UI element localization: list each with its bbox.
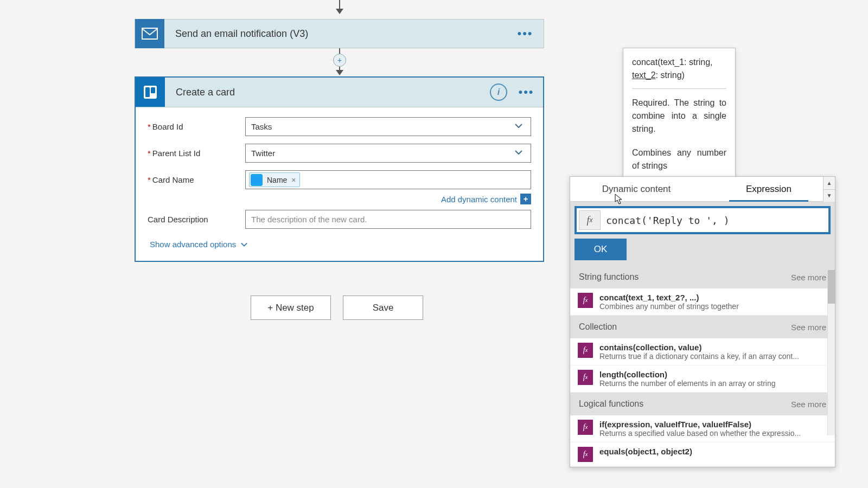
new-step-button[interactable]: + New step: [251, 296, 331, 320]
email-step[interactable]: Send an email notification (V3) •••: [135, 19, 544, 48]
connector-arrow: [339, 0, 340, 10]
chevron-down-icon: [514, 121, 525, 132]
see-more-link[interactable]: See more: [791, 400, 826, 409]
step-menu-button[interactable]: •••: [514, 27, 536, 41]
tooltip-desc-secondary: Combines any number of strings: [632, 146, 726, 171]
function-item[interactable]: fx if(expression, valueIfTrue, valueIfFa…: [570, 415, 835, 442]
create-card-header[interactable]: Create a card i •••: [136, 78, 543, 107]
card-name-label: *Card Name: [148, 175, 245, 184]
tab-expression[interactable]: Expression: [703, 177, 835, 201]
save-button[interactable]: Save: [343, 296, 423, 320]
fx-icon: fx: [578, 420, 593, 435]
function-description: Returns the number of elements in an arr…: [599, 379, 827, 388]
see-more-link[interactable]: See more: [791, 273, 826, 282]
tab-overflow-scroll[interactable]: ▲ ▼: [823, 177, 835, 202]
function-signature: if(expression, valueIfTrue, valueIfFalse…: [599, 420, 827, 429]
fx-icon: fx: [578, 293, 593, 308]
show-advanced-options-link[interactable]: Show advanced options: [148, 236, 531, 256]
create-card-step: Create a card i ••• *Board Id Tasks *Par…: [135, 76, 544, 262]
add-step-inline-button[interactable]: +: [333, 54, 346, 67]
fx-icon: fx: [578, 370, 593, 385]
card-description-input[interactable]: The description of the new card.: [245, 210, 531, 229]
ok-button[interactable]: OK: [575, 239, 627, 260]
svg-rect-3: [151, 87, 155, 93]
chevron-down-icon[interactable]: ▼: [823, 190, 835, 202]
create-card-title: Create a card: [165, 87, 490, 98]
function-signature: concat(text_1, text_2?, ...): [599, 293, 827, 302]
function-item[interactable]: fx length(collection) Returns the number…: [570, 365, 835, 393]
tooltip-signature: concat(text_1: string, text_2: string): [632, 56, 726, 89]
scrollbar[interactable]: [827, 270, 835, 435]
remove-token-button[interactable]: ×: [291, 176, 296, 184]
info-icon[interactable]: i: [490, 84, 507, 101]
email-step-title: Send an email notification (V3): [164, 28, 514, 40]
add-dynamic-content-link[interactable]: Add dynamic content: [441, 195, 517, 204]
svg-rect-2: [145, 87, 150, 97]
twitter-icon: [251, 174, 263, 186]
expression-input[interactable]: [606, 215, 826, 226]
card-description-label: Card Description: [148, 215, 245, 224]
parent-list-id-label: *Parent List Id: [148, 149, 245, 158]
card-name-input[interactable]: Name ×: [245, 170, 531, 189]
function-item[interactable]: fx contains(collection, value) Returns t…: [570, 338, 835, 365]
function-item[interactable]: fx equals(object1, object2): [570, 442, 835, 467]
chevron-down-icon: [514, 148, 525, 159]
parent-list-id-select[interactable]: Twitter: [245, 144, 531, 163]
trello-icon: [136, 78, 165, 107]
board-id-label: *Board Id: [148, 122, 245, 131]
step-menu-button[interactable]: •••: [517, 85, 535, 99]
parameter-tooltip: concat(text_1: string, text_2: string) R…: [623, 48, 736, 179]
see-more-link[interactable]: See more: [791, 323, 826, 332]
board-id-select[interactable]: Tasks: [245, 117, 531, 136]
function-category-header: Logical functionsSee more: [570, 393, 835, 415]
tooltip-desc: Required. The string to combine into a s…: [632, 97, 726, 136]
expression-popup: Dynamic content Expression ▲ ▼ fx OK Str…: [570, 176, 835, 467]
tab-dynamic-content[interactable]: Dynamic content: [570, 177, 703, 201]
popup-tabs: Dynamic content Expression ▲ ▼: [570, 177, 835, 202]
fx-icon: fx: [579, 210, 601, 230]
expression-input-container: fx: [575, 206, 831, 234]
function-description: Returns true if a dictionary contains a …: [599, 352, 827, 361]
fx-icon: fx: [578, 343, 593, 358]
fx-icon: fx: [578, 447, 593, 462]
function-signature: length(collection): [599, 370, 827, 379]
function-description: Returns a specified value based on wheth…: [599, 429, 827, 438]
scrollbar-thumb[interactable]: [828, 270, 835, 304]
function-signature: contains(collection, value): [599, 343, 827, 352]
function-signature: equals(object1, object2): [599, 447, 827, 456]
function-category-header: CollectionSee more: [570, 316, 835, 338]
dynamic-token-name[interactable]: Name ×: [249, 172, 300, 187]
add-dynamic-content-plus[interactable]: +: [520, 194, 531, 204]
chevron-up-icon[interactable]: ▲: [823, 177, 835, 190]
mail-icon: [135, 19, 164, 48]
function-item[interactable]: fx concat(text_1, text_2?, ...) Combines…: [570, 288, 835, 316]
function-description: Combines any number of strings together: [599, 302, 827, 311]
function-category-header: String functionsSee more: [570, 266, 835, 288]
svg-rect-0: [142, 28, 157, 39]
